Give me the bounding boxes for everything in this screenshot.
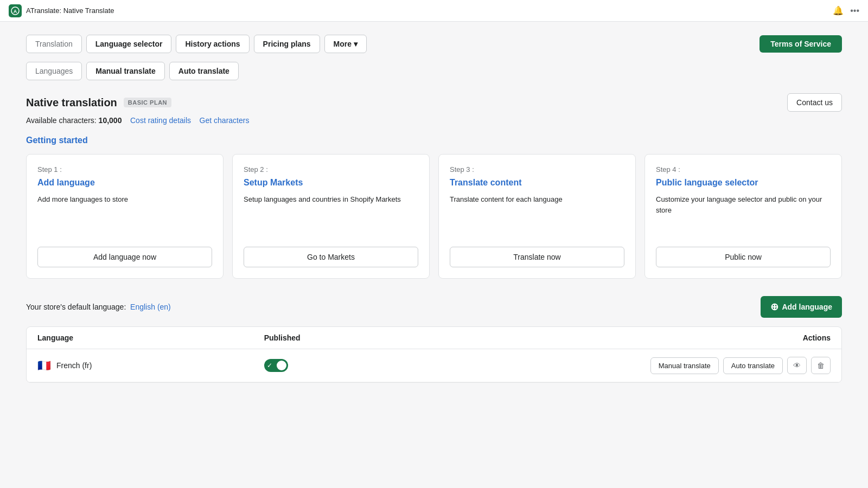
col-actions-header: Actions [490, 333, 831, 342]
col-published-header: Published [264, 333, 491, 342]
subtab-auto-translate[interactable]: Auto translate [169, 62, 239, 80]
language-table: Language Published Actions 🇫🇷 French (fr… [26, 326, 842, 383]
app-title: ATranslate: Native Translate [26, 7, 114, 15]
step-3-label: Step 3 : [450, 165, 624, 174]
view-icon-button[interactable]: 👁 [787, 357, 807, 374]
step-2-desc: Setup languages and countries in Shopify… [244, 194, 418, 205]
nav-right: Terms of Service [760, 35, 842, 53]
plus-circle-icon: ⊕ [770, 301, 778, 313]
subtab-languages[interactable]: Languages [26, 62, 82, 80]
step-1-name: Add language [37, 178, 212, 188]
delete-icon-button[interactable]: 🗑 [811, 357, 831, 374]
go-to-markets-button[interactable]: Go to Markets [244, 247, 418, 267]
tab-translation[interactable]: Translation [26, 35, 82, 53]
section-title-row: Native translation BASIC PLAN [26, 97, 171, 109]
add-language-button[interactable]: ⊕ Add language [761, 296, 842, 318]
contact-us-button[interactable]: Contact us [787, 93, 842, 112]
default-language-row: Your store's default language: English (… [26, 296, 842, 318]
subtab-manual-translate[interactable]: Manual translate [86, 62, 164, 80]
section-title: Native translation [26, 97, 117, 109]
step-4-desc: Customize your language selector and pub… [656, 194, 831, 215]
default-lang-text: Your store's default language: English (… [26, 303, 171, 311]
step-2-name: Setup Markets [244, 178, 418, 188]
title-bar: A ATranslate: Native Translate 🔔 ••• [0, 0, 868, 22]
tab-language-selector[interactable]: Language selector [86, 35, 172, 53]
get-characters-link[interactable]: Get characters [200, 116, 250, 125]
steps-grid: Step 1 : Add language Add more languages… [26, 154, 842, 279]
available-chars-row: Available characters: 10,000 Cost rating… [26, 116, 842, 125]
tab-more[interactable]: More ▾ [324, 35, 367, 53]
step-card-2: Step 2 : Setup Markets Setup languages a… [232, 154, 430, 279]
published-toggle-cell: ✓ [264, 359, 491, 372]
add-language-now-button[interactable]: Add language now [37, 247, 212, 267]
more-icon[interactable]: ••• [850, 6, 859, 16]
checkmark-icon: ✓ [267, 362, 272, 369]
language-name: French (fr) [56, 361, 92, 370]
step-3-name: Translate content [450, 178, 624, 188]
title-bar-right: 🔔 ••• [833, 5, 859, 16]
trash-icon: 🗑 [817, 361, 825, 370]
french-flag-icon: 🇫🇷 [37, 359, 51, 372]
col-language-header: Language [37, 333, 264, 342]
available-chars-value: 10,000 [99, 116, 122, 125]
sub-nav: Languages Manual translate Auto translat… [26, 62, 842, 80]
svg-text:A: A [14, 9, 17, 14]
app-icon: A [9, 4, 22, 17]
eye-icon: 👁 [793, 361, 801, 370]
step-card-4: Step 4 : Public language selector Custom… [644, 154, 842, 279]
language-name-cell: 🇫🇷 French (fr) [37, 359, 264, 372]
table-header: Language Published Actions [27, 327, 841, 349]
step-2-label: Step 2 : [244, 165, 418, 174]
public-now-button[interactable]: Public now [656, 247, 831, 267]
auto-translate-row-button[interactable]: Auto translate [723, 357, 783, 374]
table-row: 🇫🇷 French (fr) ✓ Manual translate Auto t… [27, 349, 841, 382]
tab-pricing-plans[interactable]: Pricing plans [254, 35, 320, 53]
tab-history-actions[interactable]: History actions [176, 35, 249, 53]
title-bar-left: A ATranslate: Native Translate [9, 4, 114, 17]
main-content: Translation Language selector History ac… [0, 22, 868, 396]
primary-nav: Translation Language selector History ac… [26, 35, 842, 53]
published-toggle[interactable]: ✓ [264, 359, 288, 372]
getting-started-title: Getting started [26, 136, 842, 145]
pin-icon[interactable]: 🔔 [833, 5, 844, 16]
translate-now-button[interactable]: Translate now [450, 247, 624, 267]
cost-rating-link[interactable]: Cost rating details [130, 116, 191, 125]
step-card-3: Step 3 : Translate content Translate con… [438, 154, 636, 279]
row-actions-cell: Manual translate Auto translate 👁 🗑 [490, 357, 831, 374]
toggle-slider: ✓ [264, 359, 288, 372]
step-4-label: Step 4 : [656, 165, 831, 174]
manual-translate-row-button[interactable]: Manual translate [650, 357, 719, 374]
plan-badge: BASIC PLAN [124, 98, 171, 107]
default-lang-link[interactable]: English (en) [130, 303, 171, 311]
section-header: Native translation BASIC PLAN Contact us [26, 93, 842, 112]
available-chars-label: Available characters: [26, 116, 97, 125]
step-card-1: Step 1 : Add language Add more languages… [26, 154, 224, 279]
step-3-desc: Translate content for each language [450, 194, 624, 205]
terms-of-service-button[interactable]: Terms of Service [760, 35, 842, 53]
step-4-name: Public language selector [656, 178, 831, 188]
chevron-down-icon: ▾ [354, 40, 358, 48]
step-1-label: Step 1 : [37, 165, 212, 174]
step-1-desc: Add more languages to store [37, 194, 212, 205]
